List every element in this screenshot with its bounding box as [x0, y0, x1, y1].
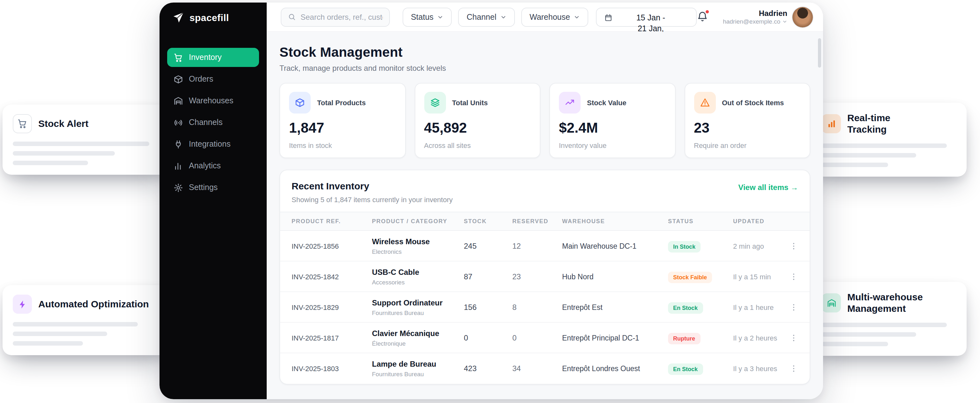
page-title: Stock Management	[280, 44, 810, 60]
broadcast-icon	[173, 117, 183, 127]
panel-subtitle: Showing 5 of 1,847 items currently in yo…	[291, 196, 453, 203]
table-row[interactable]: INV-2025-1856 Wireless Mouse Electronics…	[280, 231, 810, 262]
sidebar-item-settings[interactable]: Settings	[167, 178, 259, 197]
bar-chart-icon	[822, 114, 841, 133]
plug-icon	[173, 139, 183, 149]
column-header: PRODUCT / CATEGORY	[372, 218, 460, 224]
sidebar: spacefill Inventory Orders Warehouses C	[159, 3, 267, 399]
floating-card-title: Multi-warehouse Management	[847, 291, 930, 314]
stat-label: Out of Stock Items	[722, 99, 784, 106]
avatar[interactable]	[792, 7, 813, 27]
sidebar-item-integrations[interactable]: Integrations	[167, 135, 259, 154]
floating-card-stock-alert: Stock Alert	[3, 105, 170, 175]
status-badge: In Stock	[668, 241, 700, 252]
date-range-start: 15 Jan -	[636, 13, 665, 23]
stat-value: 1,847	[289, 120, 396, 136]
product-name: USB-C Cable	[372, 268, 460, 276]
product-category: Accessories	[372, 278, 460, 286]
stat-label: Total Units	[452, 99, 488, 106]
spacefill-logo-icon	[172, 11, 185, 23]
stat-label: Total Products	[317, 99, 366, 106]
content-area: Stock Management Track, manage products …	[267, 32, 823, 399]
floating-card-multi-warehouse: Multi-warehouse Management	[811, 282, 967, 356]
warehouse-filter-dropdown[interactable]: Warehouse	[521, 7, 589, 27]
sidebar-item-label: Inventory	[189, 53, 222, 62]
product-ref: INV-2025-1803	[291, 365, 368, 372]
status-filter-dropdown[interactable]: Status	[402, 7, 452, 27]
updated-time: Il y a 3 heures	[733, 365, 783, 372]
scrollbar[interactable]	[818, 38, 821, 68]
sidebar-item-label: Channels	[189, 118, 223, 127]
stat-label: Stock Value	[587, 99, 627, 106]
trend-up-icon	[559, 92, 581, 114]
brand-name: spacefill	[189, 12, 229, 23]
warehouse-name: Main Warehouse DC-1	[562, 242, 664, 250]
reserved-value: 8	[512, 303, 558, 311]
stats-row: Total Products 1,847 Items in stock Tota…	[280, 83, 810, 158]
sidebar-item-orders[interactable]: Orders	[167, 70, 259, 89]
column-header: STATUS	[668, 218, 729, 224]
table-row[interactable]: INV-2025-1842 USB-C Cable Accessories 87…	[280, 262, 810, 292]
warehouse-name: Hub Nord	[562, 273, 664, 280]
skeleton-line	[822, 143, 947, 148]
status-badge: Rupture	[668, 333, 700, 344]
user-menu[interactable]: Hadrien hadrien@exemple.co	[723, 7, 813, 27]
column-header: WAREHOUSE	[562, 218, 664, 224]
product-category: Fournitures Bureau	[372, 309, 460, 316]
skeleton-line	[822, 153, 916, 157]
chevron-down-icon	[438, 14, 444, 20]
skeleton-line	[822, 342, 888, 346]
status-badge: Stock Faible	[668, 271, 712, 283]
sidebar-item-inventory[interactable]: Inventory	[167, 48, 259, 67]
kebab-menu-icon[interactable]	[789, 364, 798, 373]
page-subtitle: Track, manage products and monitor stock…	[280, 64, 810, 73]
main-area: Status Channel Warehouse 15 Jan - 21 Jan…	[267, 3, 823, 399]
table-row[interactable]: INV-2025-1829 Support Ordinateur Fournit…	[280, 292, 810, 323]
sidebar-item-label: Orders	[189, 75, 213, 84]
floating-card-title: Real-time Tracking	[847, 112, 930, 135]
date-range-picker[interactable]: 15 Jan - 21 Jan,	[596, 7, 697, 27]
notifications-button[interactable]	[697, 11, 709, 23]
sidebar-item-analytics[interactable]: Analytics	[167, 156, 259, 175]
search-icon	[288, 13, 296, 21]
box-icon	[289, 92, 311, 114]
kebab-menu-icon[interactable]	[789, 303, 798, 311]
alert-triangle-icon	[694, 92, 716, 114]
cart-icon	[173, 52, 183, 62]
kebab-menu-icon[interactable]	[789, 241, 798, 250]
panel-title: Recent Inventory	[291, 181, 453, 191]
sidebar-item-channels[interactable]: Channels	[167, 113, 259, 132]
chevron-down-icon	[782, 19, 788, 24]
sidebar-item-warehouses[interactable]: Warehouses	[167, 91, 259, 110]
updated-time: Il y a 1 heure	[733, 303, 783, 311]
table-row[interactable]: INV-2025-1817 Clavier Mécanique Électron…	[280, 323, 810, 353]
status-badge: En Stock	[668, 363, 703, 375]
table-row[interactable]: INV-2025-1803 Lampe de Bureau Fourniture…	[280, 353, 810, 384]
stock-value: 423	[464, 364, 509, 373]
product-ref: INV-2025-1856	[291, 242, 368, 250]
kebab-menu-icon[interactable]	[789, 333, 798, 342]
stat-value: $2.4M	[559, 120, 666, 136]
updated-time: Il y a 15 min	[733, 273, 783, 280]
chevron-down-icon	[500, 14, 507, 20]
reserved-value: 34	[512, 364, 558, 373]
channel-filter-dropdown[interactable]: Channel	[458, 7, 515, 27]
floating-card-title: Stock Alert	[38, 118, 88, 129]
skeleton-line	[13, 141, 149, 146]
warehouse-icon	[173, 96, 183, 106]
view-all-items-link[interactable]: View all items →	[738, 183, 798, 192]
box-icon	[173, 74, 183, 84]
chevron-down-icon	[574, 14, 580, 20]
brand-logo[interactable]: spacefill	[159, 3, 267, 32]
gear-icon	[173, 183, 183, 192]
stat-value: 23	[694, 120, 801, 136]
reserved-value: 12	[512, 241, 558, 250]
warehouse-name: Entrepôt Est	[562, 303, 664, 311]
stat-sub: Across all sites	[424, 141, 480, 150]
updated-time: Il y a 2 heures	[733, 334, 783, 341]
kebab-menu-icon[interactable]	[789, 272, 798, 281]
stat-card-total-units: Total Units 45,892 Across all sites	[414, 83, 540, 158]
reserved-value: 0	[512, 333, 558, 342]
search-input[interactable]	[301, 13, 383, 21]
search-input-wrap	[281, 7, 390, 27]
